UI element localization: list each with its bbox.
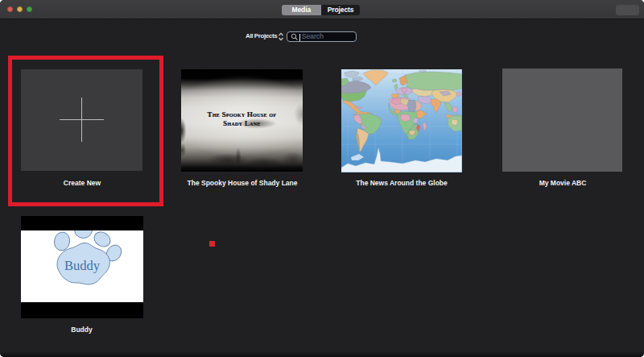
svg-text:Buddy: Buddy	[64, 258, 101, 273]
